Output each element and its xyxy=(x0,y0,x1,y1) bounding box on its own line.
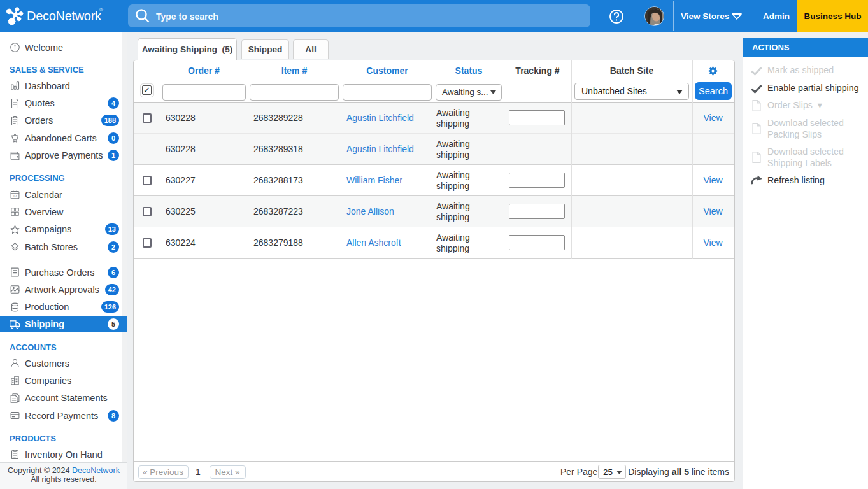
svg-text:17: 17 xyxy=(13,194,17,198)
